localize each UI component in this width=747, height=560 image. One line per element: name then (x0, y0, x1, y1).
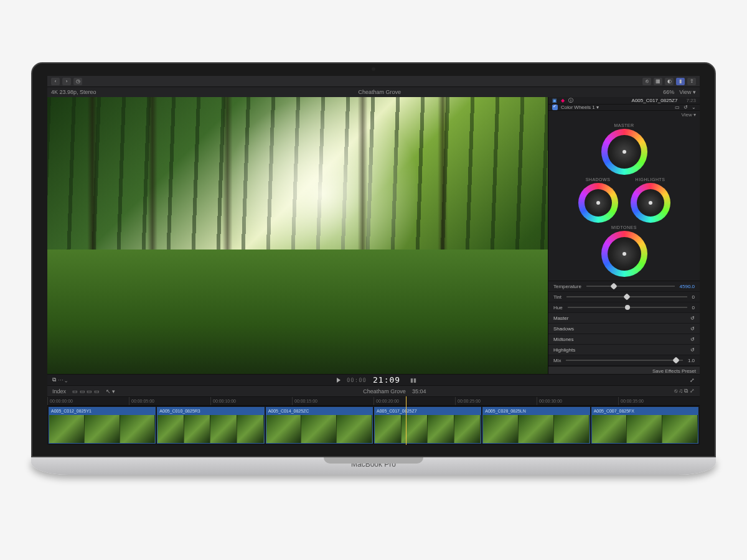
tint-slider[interactable] (566, 296, 687, 297)
effect-more-icon[interactable]: ⌄ (692, 105, 696, 110)
param-mix-row: Mix 1.0 (548, 355, 700, 366)
ruler-tick: 00:00:00:00 (47, 397, 129, 405)
wheel-midtones-label: MIDTONES (548, 225, 700, 230)
color-wheel-midtones[interactable] (601, 231, 647, 277)
param-hue-row: Hue 0 (548, 302, 700, 313)
section-highlights[interactable]: Highlights↺ (548, 345, 700, 355)
ruler-tick: 00:00:20:00 (374, 397, 455, 405)
effect-title-dropdown[interactable]: Color Wheels 1 ▾ (561, 105, 599, 110)
timeline-project-name: Cheatham Grove (363, 388, 406, 394)
toolbar-link-icon[interactable]: ⎋ (642, 78, 651, 85)
param-tint-row: Tint 0 (548, 292, 700, 302)
video-viewer[interactable] (47, 97, 548, 374)
app-window: ‹ › ◷ ⎋ ▦ ◐ ▮ ⇪ 4K 23.98p, Stereo Cheath… (47, 76, 700, 445)
color-wheel-shadows[interactable] (578, 183, 618, 223)
viewer-zoom-dropdown[interactable]: 66% (663, 89, 674, 95)
inspector-tab-icon[interactable]: ▣ (552, 98, 557, 103)
ruler-tick: 00:00:35:00 (618, 397, 700, 405)
timeline-clips[interactable]: A005_C012_0825Y1 A005_C010_0825R3 A005_C… (47, 405, 700, 445)
wheel-highlights-label: HIGHLIGHTS (631, 177, 670, 182)
timeline-clip[interactable]: A005_C012_0825Y1 (49, 407, 156, 444)
ruler-tick: 00:00:25:00 (455, 397, 537, 405)
fullscreen-button[interactable]: ⤢ (690, 377, 695, 383)
viewer-format-label: 4K 23.98p, Stereo (51, 89, 96, 95)
timeline-clip[interactable]: A005_C028_0825LN (482, 407, 590, 444)
section-midtones[interactable]: Midtones↺ (548, 334, 700, 345)
ruler-tick: 00:00:05:00 (129, 397, 210, 405)
section-shadows[interactable]: Shadows↺ (548, 324, 700, 334)
timeline-clip[interactable]: A005_C017_0825Z7 (374, 407, 481, 444)
param-mix-label: Mix (553, 358, 561, 363)
transport-tools[interactable]: ⧉ ⋯ ⌄ (52, 376, 67, 383)
timeline-duration: 35:04 (412, 388, 426, 394)
wheel-shadows-label: SHADOWS (578, 177, 618, 182)
param-temperature-label: Temperature (553, 284, 581, 289)
temperature-slider[interactable] (586, 286, 675, 287)
effect-reset-icon[interactable]: ↺ (684, 105, 688, 110)
nav-forward-button[interactable]: › (62, 78, 71, 85)
timeline[interactable]: 00:00:00:00 00:00:05:00 00:00:10:00 00:0… (47, 396, 700, 445)
play-button[interactable] (337, 378, 341, 383)
param-temperature-row: Temperature 4590.0 (548, 281, 700, 292)
inspector-tab-info-icon[interactable]: ⓘ (568, 97, 573, 104)
inspector-view-dropdown[interactable]: View ▾ (548, 111, 700, 119)
section-master[interactable]: Master↺ (548, 313, 700, 324)
hue-slider[interactable] (568, 307, 687, 308)
timeline-arrow-tool[interactable]: ↖ ▾ (106, 388, 116, 394)
temperature-value[interactable]: 4590.0 (680, 284, 695, 289)
mix-slider[interactable] (566, 360, 682, 361)
ruler-tick: 00:00:15:00 (292, 397, 374, 405)
param-tint-label: Tint (553, 294, 561, 300)
color-wheel-highlights[interactable] (631, 183, 670, 223)
timecode-main[interactable]: 21:09 (373, 375, 400, 385)
viewer-clip-name: Cheatham Grove (96, 89, 664, 95)
ruler-tick: 00:00:10:00 (210, 397, 292, 405)
timeline-header: Index ▭ ▭ ▭ ▭ ↖ ▾ Cheatham Grove 35:04 ⎋… (47, 385, 700, 396)
history-button[interactable]: ◷ (73, 78, 82, 85)
timeline-clip[interactable]: A005_C014_0825ZC (266, 407, 373, 444)
timeline-ruler[interactable]: 00:00:00:00 00:00:05:00 00:00:10:00 00:0… (47, 396, 700, 405)
mix-value[interactable]: 1.0 (688, 358, 695, 363)
toolbar-share-icon[interactable]: ⇪ (687, 78, 696, 85)
hue-value[interactable]: 0 (692, 305, 695, 310)
effect-enabled-checkbox[interactable] (552, 105, 558, 110)
toolbar-grid-icon[interactable]: ▦ (654, 78, 662, 85)
timeline-clip[interactable]: A005_C007_0825FX (591, 407, 698, 444)
toolbar-toggle-icon[interactable]: ◐ (665, 78, 674, 85)
viewer-transport: ⧉ ⋯ ⌄ 00:00 21:09 ▮▮ ⤢ (47, 374, 700, 385)
reset-icon[interactable]: ↺ (690, 315, 695, 321)
ruler-tick: 00:00:30:00 (537, 397, 618, 405)
timeline-clip[interactable]: A005_C010_0825R3 (157, 407, 264, 444)
camera-notch (372, 67, 375, 71)
timeline-tool-icons[interactable]: ▭ ▭ ▭ ▭ (72, 388, 100, 394)
inspector-tab-color-icon[interactable]: ◆ (561, 98, 565, 103)
toolbar-color-inspector-icon[interactable]: ▮ (676, 78, 685, 85)
reset-icon[interactable]: ↺ (690, 326, 695, 332)
param-hue-label: Hue (553, 305, 563, 310)
color-inspector: ▣ ◆ ⓘ A005_C017_0825Z7 7:23 Color Wheels… (548, 97, 700, 374)
device-label: MacBook Pro (351, 460, 396, 469)
timeline-index-button[interactable]: Index (52, 388, 66, 394)
laptop-base: MacBook Pro (31, 457, 716, 475)
tint-value[interactable]: 0 (692, 294, 695, 300)
timecode-prefix: 00:00 (347, 377, 367, 383)
color-wheel-master[interactable] (601, 129, 647, 175)
app-toolbar: ‹ › ◷ ⎋ ▦ ◐ ▮ ⇪ (47, 76, 700, 87)
viewer-header: 4K 23.98p, Stereo Cheatham Grove 66% Vie… (47, 87, 700, 97)
timeline-right-tools[interactable]: ⎋ ♫ ⧉ ⤢ (674, 388, 695, 394)
reset-icon[interactable]: ↺ (690, 337, 695, 342)
wheel-master-label: MASTER (548, 123, 700, 128)
inspector-clip-id: A005_C017_0825Z7 (632, 98, 678, 103)
inspector-tc: 7:23 (686, 98, 696, 103)
reset-icon[interactable]: ↺ (690, 347, 695, 353)
nav-back-button[interactable]: ‹ (51, 78, 60, 85)
viewer-view-dropdown[interactable]: View ▾ (679, 89, 696, 95)
effect-preset-icon[interactable]: ▭ (675, 105, 680, 110)
playhead[interactable] (406, 396, 406, 445)
